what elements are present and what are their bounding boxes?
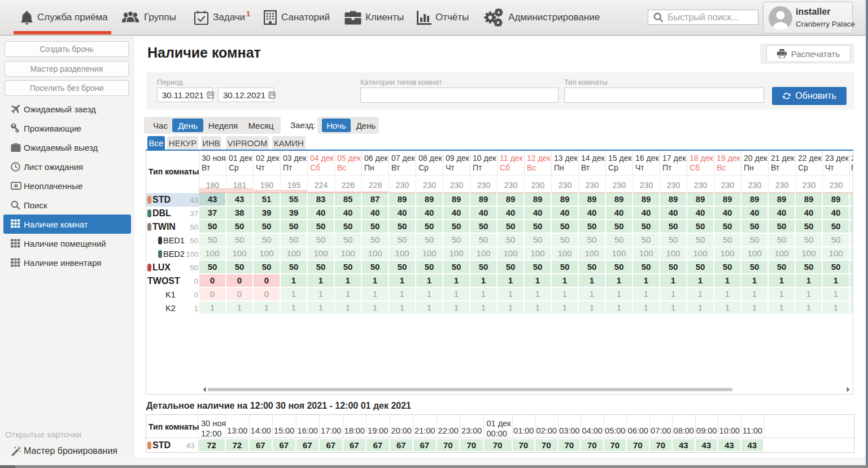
svg-text:1: 1 [15, 183, 18, 187]
